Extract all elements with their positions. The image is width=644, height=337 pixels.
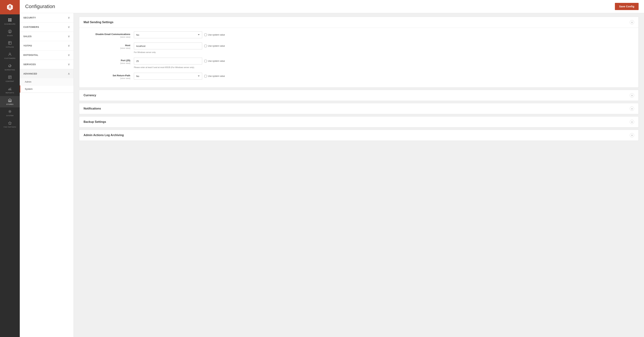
sidebar-item-system[interactable]: SYSTEM	[0, 107, 20, 119]
sidebar-item-label-dashboard: DASHBOARD	[4, 23, 16, 25]
sidebar-item-find-partners[interactable]: FIND PARTNERS	[0, 119, 20, 130]
form-row-port: Port (25) [store view] Use system value	[84, 58, 634, 68]
sidebar-item-label-find-partners: FIND PARTNERS	[4, 126, 16, 128]
config-nav-sales: SALES ∨	[20, 32, 74, 41]
catalog-icon	[8, 41, 12, 45]
chevron-down-icon-4: ∨	[68, 44, 70, 47]
hint-host: For Windows server only.	[134, 51, 634, 53]
config-subnav-advanced: Admin System	[20, 78, 74, 93]
config-nav-header-dotdigital[interactable]: DOTDIGITAL ∨	[20, 50, 74, 60]
section-title-admin-actions-log: Admin Actions Log Archiving	[84, 134, 124, 137]
section-header-backup-settings[interactable]: Backup Settings ∨	[79, 116, 638, 127]
chevron-down-icon-3: ∨	[68, 35, 70, 38]
sidebar-item-dashboard[interactable]: DASHBOARD	[0, 16, 20, 27]
dashboard-icon	[8, 18, 12, 22]
control-group-port: Use system value Please enter at least 0…	[134, 58, 634, 68]
sublabel-port: [store view]	[84, 62, 130, 64]
svg-rect-5	[8, 41, 11, 44]
svg-rect-3	[10, 20, 12, 21]
select-disable-email[interactable]: No Yes	[134, 31, 202, 38]
config-nav-header-security[interactable]: SECURITY ∨	[20, 13, 74, 22]
section-header-admin-actions-log[interactable]: Admin Actions Log Archiving ∨	[79, 130, 638, 141]
config-nav-header-customers[interactable]: CUSTOMERS ∨	[20, 22, 74, 31]
label-use-system-return-path[interactable]: Use system value	[208, 75, 225, 77]
section-admin-actions-log: Admin Actions Log Archiving ∨	[79, 130, 638, 141]
control-row-host: Use system value	[134, 42, 634, 49]
label-host: Host	[84, 44, 130, 47]
svg-rect-8	[9, 100, 10, 102]
reports-icon	[8, 87, 12, 91]
form-row-return-path: Set Return-Path [store view] No Yes	[84, 73, 634, 79]
top-header: Configuration Save Config	[20, 0, 644, 13]
config-subnav-item-admin[interactable]: Admin	[20, 78, 74, 85]
section-body-mail-sending: Disable Email Communications [store view…	[79, 28, 638, 87]
svg-rect-2	[8, 20, 10, 21]
config-nav-header-advanced[interactable]: ADVANCED ∧	[20, 69, 74, 78]
label-use-system-disable-email[interactable]: Use system value	[208, 33, 225, 36]
sidebar-item-stores[interactable]: STORES	[0, 96, 20, 108]
collapse-mail-icon[interactable]: ∧	[630, 20, 634, 24]
sidebar-item-marketing[interactable]: MARKETING	[0, 62, 20, 73]
expand-backup-icon[interactable]: ∨	[630, 120, 634, 124]
control-group-disable-email: No Yes Use system value	[134, 31, 634, 38]
form-row-host: Host [store view] Use system value	[84, 42, 634, 53]
save-config-button[interactable]: Save Config	[615, 3, 638, 10]
stores-icon	[8, 98, 12, 103]
checkbox-use-system-disable-email[interactable]	[204, 33, 207, 36]
section-header-notifications[interactable]: Notifications ∨	[79, 103, 638, 114]
select-return-path[interactable]: No Yes	[134, 73, 202, 79]
expand-admin-log-icon[interactable]: ∨	[630, 133, 634, 137]
system-icon	[8, 109, 12, 114]
sidebar-item-sales[interactable]: SALES	[0, 27, 20, 39]
sidebar-logo[interactable]	[0, 0, 20, 14]
chevron-down-icon-2: ∨	[68, 25, 70, 29]
chevron-down-icon-6: ∨	[68, 63, 70, 66]
label-use-system-host[interactable]: Use system value	[208, 45, 225, 47]
form-label-group-port: Port (25) [store view]	[84, 58, 130, 64]
sidebar-item-customers[interactable]: CUSTOMERS	[0, 50, 20, 62]
control-row-disable-email: No Yes Use system value	[134, 31, 634, 38]
form-label-group-return-path: Set Return-Path [store view]	[84, 73, 130, 79]
label-disable-email: Disable Email Communications	[84, 33, 130, 35]
svg-point-9	[9, 111, 10, 112]
config-nav-yotpo: YOTPO ∨	[20, 41, 74, 50]
section-title-notifications: Notifications	[84, 107, 101, 110]
config-nav-header-sales[interactable]: SALES ∨	[20, 32, 74, 41]
section-header-mail-sending[interactable]: Mail Sending Settings ∧	[79, 17, 638, 28]
config-nav-label-advanced: ADVANCED	[23, 72, 37, 75]
input-host[interactable]	[134, 42, 202, 49]
input-port[interactable]	[134, 58, 202, 64]
chevron-up-icon: ∧	[68, 72, 70, 75]
sidebar-item-content[interactable]: CONTENT	[0, 73, 20, 85]
content-icon	[8, 75, 12, 80]
marketing-icon	[8, 64, 12, 68]
sidebar-item-label-marketing: MARKETING	[5, 69, 15, 71]
section-backup-settings: Backup Settings ∨	[79, 116, 638, 127]
config-nav-label-yotpo: YOTPO	[23, 44, 32, 47]
checkbox-use-system-return-path[interactable]	[204, 75, 207, 77]
config-nav-header-yotpo[interactable]: YOTPO ∨	[20, 41, 74, 50]
config-nav-customers: CUSTOMERS ∨	[20, 22, 74, 32]
config-nav-header-services[interactable]: SERVICES ∨	[20, 60, 74, 69]
sidebar-item-reports[interactable]: REPORTS	[0, 85, 20, 96]
sublabel-return-path: [store view]	[84, 77, 130, 79]
content-area: SECURITY ∨ CUSTOMERS ∨ SALES ∨	[20, 13, 644, 337]
label-use-system-port[interactable]: Use system value	[208, 60, 225, 62]
main-area: Configuration Save Config SECURITY ∨ CUS…	[20, 0, 644, 337]
config-subnav-label-admin: Admin	[25, 80, 32, 83]
sidebar-item-label-content: CONTENT	[6, 80, 14, 82]
control-row-port: Use system value	[134, 58, 634, 64]
checkbox-use-system-host[interactable]	[204, 45, 207, 47]
section-header-currency[interactable]: Currency ∨	[79, 90, 638, 101]
section-title-currency: Currency	[84, 94, 96, 97]
config-subnav-item-system[interactable]: System	[20, 85, 74, 93]
checkbox-use-system-port[interactable]	[204, 60, 207, 62]
config-nav-advanced: ADVANCED ∧ Admin System	[20, 69, 74, 93]
section-notifications: Notifications ∨	[79, 103, 638, 114]
sidebar-item-catalog[interactable]: CATALOG	[0, 39, 20, 50]
form-label-group-disable-email: Disable Email Communications [store view…	[84, 31, 130, 38]
sidebar: DASHBOARD SALES CATALOG CUSTOMERS MARKET…	[0, 0, 20, 337]
expand-currency-icon[interactable]: ∨	[630, 93, 634, 97]
config-nav-label-services: SERVICES	[23, 63, 36, 66]
expand-notifications-icon[interactable]: ∨	[630, 106, 634, 111]
